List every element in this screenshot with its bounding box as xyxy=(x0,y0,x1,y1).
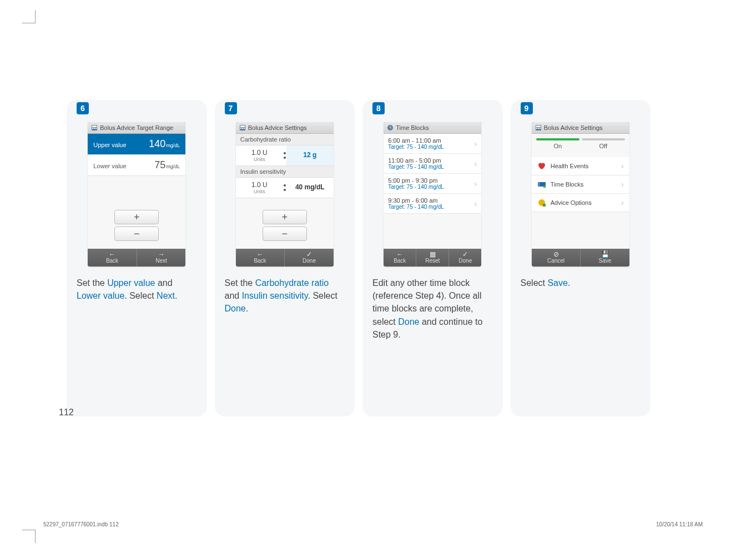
row-unit: mg/dL xyxy=(166,143,180,148)
phone-title: Bolus Advice Settings xyxy=(544,124,603,131)
crop-mark xyxy=(22,10,36,23)
step-7-column: 7 Bolus Advice Settings Carbohydrate rat… xyxy=(215,100,355,416)
health-events-item[interactable]: Health Events › xyxy=(532,157,629,175)
toggle-on[interactable]: On xyxy=(536,138,579,152)
phone-step-9: Bolus Advice Settings On Off xyxy=(532,122,629,267)
phone-body: 6:00 am - 11:00 amTarget: 75 - 140 mg/dL… xyxy=(384,134,481,249)
item-label: Health Events xyxy=(551,163,588,169)
toggle-off[interactable]: Off xyxy=(582,138,625,152)
chevron-right-icon: › xyxy=(621,162,624,170)
svg-rect-7 xyxy=(240,128,241,129)
time-block-row[interactable]: 11:00 am - 5:00 pmTarget: 75 - 140 mg/dL… xyxy=(384,154,481,174)
button-label: Back xyxy=(254,258,266,264)
row-unit: mg/dL xyxy=(166,164,180,169)
time-block-row[interactable]: 9:30 pm - 6:00 amTarget: 75 - 140 mg/dL› xyxy=(384,194,481,214)
advice-options-item[interactable]: Advice Options › xyxy=(532,194,629,212)
done-button[interactable]: ✓ Done xyxy=(448,249,481,267)
on-off-toggle[interactable]: On Off xyxy=(536,138,625,152)
time-block-row[interactable]: 6:00 am - 11:00 amTarget: 75 - 140 mg/dL… xyxy=(384,134,481,154)
svg-rect-6 xyxy=(240,125,245,127)
check-icon: ✓ xyxy=(306,251,312,258)
caption-highlight: Done xyxy=(398,317,419,326)
phone-header: Bolus Advice Settings xyxy=(532,122,629,134)
cancel-icon: ⊘ xyxy=(553,251,559,258)
svg-rect-18 xyxy=(543,185,546,188)
step-caption: Select Save. xyxy=(521,276,571,289)
chevron-right-icon: › xyxy=(621,180,624,189)
heart-icon xyxy=(537,162,546,170)
item-label: Advice Options xyxy=(551,199,592,206)
step-badge: 9 xyxy=(521,102,533,114)
calculator-icon xyxy=(239,124,246,131)
phone-footer: ⊘ Cancel 💾 Save xyxy=(532,249,629,267)
button-label: Reset xyxy=(425,258,440,264)
step-6-column: 6 Bolus Advice Target Range Upper value … xyxy=(67,100,207,416)
step-badge: 8 xyxy=(372,102,385,114)
left-unit: Units xyxy=(238,189,281,194)
back-button[interactable]: ← Back xyxy=(88,249,137,267)
step-columns: 6 Bolus Advice Target Range Upper value … xyxy=(67,100,651,416)
insulin-sensitivity-row[interactable]: 1.0 U Units 40 mg/dL xyxy=(236,178,334,198)
minus-button[interactable]: − xyxy=(114,227,159,241)
caption-text: Set the xyxy=(77,278,107,288)
grid-icon: ▦ xyxy=(430,251,436,258)
row-value: 140 xyxy=(149,138,165,149)
left-value: 1.0 U xyxy=(238,181,281,189)
phone-body: On Off Health Events xyxy=(532,134,629,249)
phone-footer: ← Back → Next xyxy=(88,249,185,267)
caption-text: . Select xyxy=(308,291,337,300)
time-blocks-item[interactable]: Time Blocks › xyxy=(532,175,629,194)
done-button[interactable]: ✓ Done xyxy=(284,249,334,267)
cancel-button[interactable]: ⊘ Cancel xyxy=(532,249,581,267)
back-button[interactable]: ← Back xyxy=(236,249,285,267)
caption-text: and xyxy=(155,278,172,288)
chevron-right-icon: › xyxy=(475,159,477,168)
step-badge: 6 xyxy=(77,102,89,114)
carb-ratio-row[interactable]: 1.0 U Units 12 g xyxy=(236,145,334,166)
section-label: Carbohydrate ratio xyxy=(236,134,334,145)
step-8-column: 8 Time Blocks 6:00 am - 11:00 amTarget: … xyxy=(362,100,503,416)
reset-button[interactable]: ▦ Reset xyxy=(416,249,448,267)
row-time-range: 5:00 pm - 9:30 pm xyxy=(388,177,444,184)
time-block-row[interactable]: 5:00 pm - 9:30 pmTarget: 75 - 140 mg/dL› xyxy=(384,174,481,194)
caption-highlight: Carbohydrate ratio xyxy=(255,278,329,288)
caption-text: Set the xyxy=(225,278,255,288)
svg-rect-14 xyxy=(538,128,539,129)
caption-highlight: Insulin sensitivity xyxy=(242,291,308,300)
button-label: Back xyxy=(106,258,118,264)
row-label: Lower value xyxy=(93,163,126,169)
phone-body: Carbohydrate ratio 1.0 U Units 12 g Insu… xyxy=(236,134,334,249)
svg-rect-9 xyxy=(244,128,245,129)
plus-button[interactable]: + xyxy=(263,210,307,224)
toggle-label: Off xyxy=(599,143,607,149)
ratio-left: 1.0 U Units xyxy=(236,178,283,198)
phone-body: Upper value 140mg/dL Lower value 75mg/dL xyxy=(88,134,185,249)
row-time-range: 9:30 pm - 6:00 am xyxy=(388,197,444,204)
next-button[interactable]: → Next xyxy=(137,249,186,267)
plus-button[interactable]: + xyxy=(114,210,159,224)
print-datetime: 10/20/14 11:18 AM xyxy=(656,521,703,527)
save-icon: 💾 xyxy=(601,251,609,258)
back-button[interactable]: ← Back xyxy=(384,249,416,267)
phone-title: Bolus Advice Target Range xyxy=(100,124,173,131)
check-icon: ✓ xyxy=(462,251,468,258)
lower-value-row[interactable]: Lower value 75mg/dL xyxy=(88,155,185,176)
advice-icon xyxy=(537,198,546,207)
row-label: Upper value xyxy=(93,142,126,148)
caption-text: and xyxy=(225,291,242,300)
phone-header: Time Blocks xyxy=(384,122,481,134)
caption-text: . xyxy=(175,291,177,300)
button-label: Done xyxy=(303,258,316,264)
row-time-range: 6:00 am - 11:00 am xyxy=(388,137,444,144)
arrow-left-icon: ← xyxy=(109,251,115,258)
upper-value-row[interactable]: Upper value 140mg/dL xyxy=(88,134,185,155)
step-caption: Edit any other time block (reference Ste… xyxy=(372,276,493,341)
caption-text: . Select xyxy=(124,291,157,300)
phone-title: Bolus Advice Settings xyxy=(248,124,307,131)
minus-button[interactable]: − xyxy=(263,227,307,241)
svg-rect-1 xyxy=(92,125,97,127)
save-button[interactable]: 💾 Save xyxy=(580,249,629,267)
phone-step-8: Time Blocks 6:00 am - 11:00 amTarget: 75… xyxy=(384,122,481,267)
svg-rect-8 xyxy=(242,128,243,129)
phone-footer: ← Back ▦ Reset ✓ Done xyxy=(384,249,481,267)
